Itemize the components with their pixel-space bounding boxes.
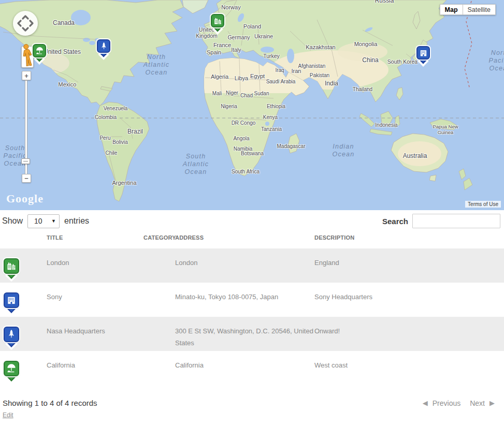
previous-arrow-icon[interactable]: ◀ <box>423 399 428 407</box>
zoom-in-button[interactable]: + <box>22 71 31 80</box>
cell-category <box>143 351 175 385</box>
map-marker-london[interactable] <box>211 14 224 27</box>
entries-label: entries <box>64 216 89 226</box>
cell-title: London <box>47 248 143 283</box>
locations-table: TITLE CATEGORY ADDRESS DESCRIPTION Londo… <box>0 231 504 385</box>
cell-title: California <box>47 351 143 385</box>
beach-icon <box>4 361 19 376</box>
building-icon <box>4 292 19 308</box>
show-label: Show <box>2 216 23 226</box>
header-category[interactable]: CATEGORY <box>143 231 175 248</box>
cell-description: Onward! <box>314 317 504 351</box>
entries-select[interactable]: 10 <box>27 214 60 228</box>
table-row: Nasa Headquarters 300 E St SW, Washingto… <box>0 317 504 351</box>
cell-address: 300 E St SW, Washington, D.C. 20546, Uni… <box>175 317 314 351</box>
map-type-map-button[interactable]: Map <box>440 4 463 15</box>
building-icon <box>416 46 430 60</box>
next-arrow-icon[interactable]: ▶ <box>489 399 495 407</box>
location-marker-icon <box>4 258 19 274</box>
world-map-svg <box>0 0 504 210</box>
zoom-out-button[interactable]: − <box>22 174 31 183</box>
table-row: California California West coast <box>0 351 504 385</box>
cell-title: Nasa Headquarters <box>47 317 143 351</box>
table-row: London London England <box>0 248 504 283</box>
pegman-streetview-control[interactable] <box>21 46 34 68</box>
cell-address: California <box>175 351 314 385</box>
header-icon-column <box>0 231 47 248</box>
cell-category <box>143 283 175 317</box>
buildings-icon <box>211 14 224 27</box>
pan-arrows-icon <box>13 11 38 36</box>
next-button[interactable]: Next <box>470 399 485 407</box>
table-controls: Show 10 ▼ entries Search <box>0 213 504 229</box>
table-row: Sony Minato-ku, Tokyo 108-0075, Japan So… <box>0 283 504 317</box>
map-marker-california[interactable] <box>33 44 46 57</box>
pagination: ◀ Previous Next ▶ <box>423 399 495 407</box>
cell-address: London <box>175 248 314 283</box>
search-input[interactable] <box>412 214 500 228</box>
search-label: Search <box>382 217 408 226</box>
header-address[interactable]: ADDRESS <box>175 231 314 248</box>
map-type-control: Map Satellite <box>440 4 496 15</box>
header-description[interactable]: DESCRIPTION <box>314 231 504 248</box>
records-summary: Showing 1 to 4 of 4 records <box>3 399 97 407</box>
edit-link[interactable]: Edit <box>3 412 13 419</box>
google-map-canvas[interactable]: RussiaNorwayCanadaPolandUnited KingdomGe… <box>0 0 504 210</box>
beach-icon <box>33 44 46 57</box>
cell-description: West coast <box>314 351 504 385</box>
location-marker-icon <box>4 292 19 308</box>
location-marker-icon <box>4 361 19 376</box>
table-header-row: TITLE CATEGORY ADDRESS DESCRIPTION <box>0 231 504 248</box>
table-footer: Showing 1 to 4 of 4 records ◀ Previous N… <box>0 399 504 407</box>
cell-address: Minato-ku, Tokyo 108-0075, Japan <box>175 283 314 317</box>
map-marker-nasa[interactable] <box>97 39 110 53</box>
cell-category <box>143 248 175 283</box>
map-type-satellite-button[interactable]: Satellite <box>463 4 496 15</box>
terms-of-use-link[interactable]: Terms of Use <box>465 201 501 208</box>
buildings-icon <box>4 258 19 274</box>
header-title[interactable]: TITLE <box>47 231 143 248</box>
google-logo[interactable]: Google <box>6 192 44 205</box>
rocket-icon <box>4 327 19 342</box>
zoom-slider-handle[interactable] <box>21 158 30 164</box>
cell-description: England <box>314 248 504 283</box>
cell-description: Sony Headquarters <box>314 283 504 317</box>
previous-button[interactable]: Previous <box>433 399 460 407</box>
map-marker-sony[interactable] <box>416 46 430 60</box>
map-pan-control[interactable] <box>13 11 38 36</box>
cell-category <box>143 317 175 351</box>
location-marker-icon <box>4 327 19 342</box>
rocket-icon <box>97 39 110 53</box>
cell-title: Sony <box>47 283 143 317</box>
